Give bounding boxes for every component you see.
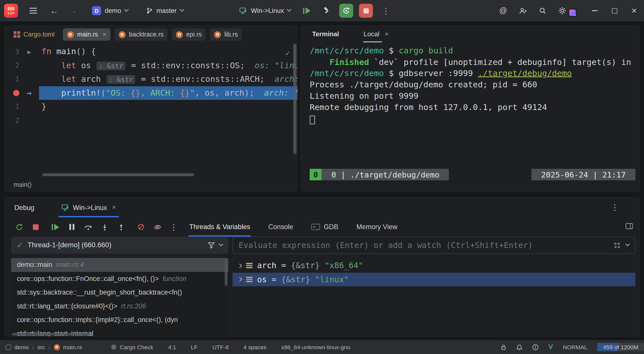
build-button[interactable] bbox=[320, 4, 334, 18]
chevron-right-icon: › bbox=[48, 344, 50, 351]
rerun-debug-button[interactable] bbox=[11, 220, 27, 234]
project-widget[interactable]: D demo bbox=[89, 4, 131, 17]
eap-badge: EAP bbox=[8, 11, 15, 15]
thread-selector[interactable]: ✓ Thread-1-[demo] (660.660) bbox=[11, 237, 228, 254]
user-avatar[interactable] bbox=[568, 9, 577, 17]
vim-mode-widget[interactable]: NORMAL bbox=[563, 344, 588, 350]
step-over-button[interactable] bbox=[80, 220, 96, 234]
terminal-output[interactable]: /mnt/c/src/demo $ cargo build Finished `… bbox=[301, 42, 639, 124]
maximize-button[interactable] bbox=[604, 0, 624, 21]
editor-tab[interactable]: Rlib.rs bbox=[210, 28, 242, 41]
remote-run-config-icon bbox=[61, 204, 69, 211]
debugger-tab[interactable]: Console bbox=[268, 217, 293, 237]
forward-button[interactable]: → bbox=[69, 7, 77, 15]
editor-breadcrumb[interactable]: main() bbox=[5, 177, 297, 192]
stack-frame-row[interactable]: std::rt::lang_start::{closure#0}<()>rt.r… bbox=[11, 299, 228, 313]
exit-code-badge: 0 bbox=[310, 169, 322, 180]
toolchain-widget[interactable]: x86_64-unknown-linux-gnu bbox=[281, 344, 350, 350]
pause-program-button[interactable] bbox=[64, 220, 80, 234]
mute-breakpoints-button[interactable] bbox=[133, 220, 149, 234]
step-into-button[interactable] bbox=[96, 220, 113, 234]
evaluate-bar[interactable] bbox=[232, 237, 635, 254]
stack-frame-row[interactable]: demo::mainmain.rs:4 bbox=[11, 258, 228, 272]
chevron-down-icon[interactable] bbox=[625, 242, 630, 246]
debug-more-button[interactable]: ⋮ bbox=[611, 202, 619, 212]
crumb-src[interactable]: src bbox=[38, 344, 45, 350]
debug-toolbar-more-button[interactable]: ⋮ bbox=[165, 220, 182, 234]
code-line[interactable]: 1} bbox=[5, 100, 297, 114]
stack-frame-row[interactable]: std::sys::backtrace::__rust_begin_short_… bbox=[11, 286, 228, 299]
chevron-right-icon[interactable] bbox=[237, 263, 242, 268]
editor-horizontal-scrollbar[interactable] bbox=[42, 173, 194, 176]
variable-row[interactable]: arch = {&str} "x86_64" bbox=[232, 259, 635, 273]
code-with-me-button[interactable] bbox=[516, 4, 530, 18]
indent-widget[interactable]: 4 spaces bbox=[243, 344, 266, 350]
back-button[interactable]: ← bbox=[50, 7, 58, 15]
code-line[interactable]: 2 bbox=[5, 114, 297, 127]
code-line[interactable]: 1 let arch : &str = std::env::consts::AR… bbox=[5, 72, 297, 86]
lock-icon[interactable] bbox=[501, 344, 507, 350]
run-gutter-icon[interactable]: ▶ bbox=[27, 49, 31, 55]
filter-icon[interactable] bbox=[208, 242, 215, 249]
close-icon[interactable]: × bbox=[385, 31, 388, 37]
bell-icon[interactable] bbox=[516, 344, 522, 350]
encoding-widget[interactable]: UTF-8 bbox=[212, 344, 229, 350]
restart-debug-button[interactable] bbox=[339, 4, 353, 18]
close-button[interactable]: × bbox=[624, 0, 644, 21]
chevron-right-icon[interactable] bbox=[237, 277, 242, 282]
stop-button[interactable] bbox=[359, 4, 373, 18]
branch-widget[interactable]: master bbox=[143, 5, 187, 17]
stop-debug-button[interactable] bbox=[27, 220, 44, 234]
main-menu-button[interactable] bbox=[27, 5, 40, 16]
minimize-button[interactable] bbox=[585, 0, 604, 21]
ideavim-icon[interactable]: V bbox=[548, 343, 553, 351]
debugger-tab[interactable]: Threads & Variables bbox=[189, 217, 250, 237]
resume-program-button[interactable] bbox=[47, 220, 64, 234]
memory-indicator[interactable]: 459 of 1200M bbox=[597, 343, 644, 351]
terminal-tab-local[interactable]: Local × bbox=[363, 26, 389, 42]
frames-horizontal-scrollbar[interactable] bbox=[12, 333, 88, 335]
crumb-file[interactable]: main.rs bbox=[63, 344, 82, 350]
code-line[interactable]: 3▶fn main() { bbox=[5, 45, 297, 59]
stack-frame-row[interactable]: core::ops::function::FnOnce::call_once<f… bbox=[11, 272, 228, 286]
error-info-icon[interactable] bbox=[532, 344, 538, 350]
stack-frame-row[interactable]: core::ops::function::impls::{impl#2}::ca… bbox=[11, 313, 228, 327]
settings-button[interactable] bbox=[555, 4, 569, 18]
caret-position-widget[interactable]: 4:1 bbox=[168, 344, 176, 350]
terminal-tab-label: Local bbox=[364, 30, 379, 38]
step-out-button[interactable] bbox=[113, 220, 129, 234]
editor-tab[interactable]: Rbacktrace.rs bbox=[115, 28, 168, 41]
evaluate-input[interactable] bbox=[239, 240, 608, 250]
editor-code-area[interactable]: 3▶fn main() {2 let os : &str = std::env:… bbox=[5, 43, 297, 177]
frames-list[interactable]: demo::mainmain.rs:4core::ops::function::… bbox=[11, 258, 228, 337]
chevron-down-icon[interactable] bbox=[219, 242, 223, 246]
debug-session-tab[interactable]: Win->Linux × bbox=[58, 198, 119, 217]
variable-row[interactable]: os = {&str} "linux" bbox=[232, 272, 635, 286]
editor-tab[interactable]: Cargo.toml bbox=[10, 28, 59, 41]
debugger-tab[interactable]: Memory View bbox=[356, 217, 398, 237]
inspections-ok-icon[interactable]: ✓ bbox=[285, 46, 290, 60]
crumb-project[interactable]: demo bbox=[14, 344, 29, 350]
inline-debug-value: arch: "x86_64" bbox=[264, 88, 297, 97]
layout-settings-button[interactable] bbox=[626, 223, 633, 229]
editor-tab[interactable]: Repi.rs bbox=[172, 28, 206, 41]
terminal-status-left: 0 | ./target/debug/demo bbox=[322, 169, 449, 180]
run-config-widget[interactable]: Win->Linux bbox=[236, 5, 294, 17]
code-line[interactable]: → println!("OS: {}, ARCH: {}", os, arch)… bbox=[5, 86, 297, 100]
editor-tab[interactable]: Rmain.rs× bbox=[63, 28, 111, 41]
breakpoint-icon[interactable] bbox=[13, 90, 19, 96]
code-line[interactable]: 2 let os : &str = std::env::consts::OS;o… bbox=[5, 58, 297, 72]
hide-breakpoints-button[interactable] bbox=[149, 220, 165, 234]
cargo-check-widget[interactable]: Cargo Check bbox=[111, 344, 153, 350]
resume-button[interactable] bbox=[300, 4, 314, 18]
editor-vertical-scrollbar[interactable] bbox=[293, 44, 297, 154]
mentions-button[interactable]: @ bbox=[496, 4, 510, 18]
line-separator-widget[interactable]: LF bbox=[191, 344, 198, 350]
more-actions-button[interactable]: ⋮ bbox=[379, 4, 393, 18]
frames-vertical-scrollbar[interactable] bbox=[225, 259, 227, 286]
watches-icon[interactable] bbox=[614, 242, 620, 248]
search-everywhere-button[interactable] bbox=[535, 4, 549, 18]
close-icon[interactable]: × bbox=[112, 204, 116, 210]
debugger-tab[interactable]: >_GDB bbox=[311, 217, 338, 237]
close-icon[interactable]: × bbox=[102, 32, 106, 38]
